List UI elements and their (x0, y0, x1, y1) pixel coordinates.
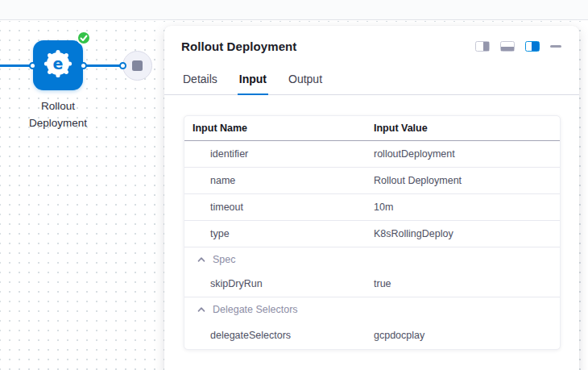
table-row: skipDryRun true (184, 271, 560, 297)
input-name: identifier (184, 148, 374, 160)
success-check-icon (77, 31, 91, 45)
split-right-view-icon[interactable] (475, 41, 490, 52)
end-node-port (119, 62, 126, 69)
split-bottom-view-icon[interactable] (500, 41, 515, 52)
input-value: rolloutDeployment (374, 148, 560, 160)
panel-header: Rollout Deployment (164, 26, 579, 53)
panel-body: Input Name Input Value identifier rollou… (164, 95, 579, 350)
stage-end-node[interactable] (122, 51, 152, 81)
node-port-left (29, 62, 36, 69)
tab-input[interactable]: Input (238, 65, 268, 95)
node-label: Rollout Deployment (14, 98, 102, 131)
input-value: true (374, 278, 560, 289)
input-value: 10m (374, 202, 560, 213)
split-right-active-fill (532, 42, 539, 51)
section-row-spec[interactable]: Spec (184, 247, 560, 271)
table-header-row: Input Name Input Value (184, 116, 560, 141)
step-details-panel: Rollout Deployment Details Input Output (164, 26, 579, 370)
section-row-delegate-selectors[interactable]: Delegate Selectors (184, 297, 560, 321)
tab-bar: Details Input Output (164, 65, 579, 95)
top-toolbar (0, 0, 588, 20)
input-name: skipDryRun (184, 278, 374, 289)
input-name: name (184, 175, 374, 186)
input-table: Input Name Input Value identifier rollou… (184, 115, 561, 350)
split-right-view-active-icon[interactable] (525, 41, 540, 52)
section-label: Spec (213, 254, 236, 265)
table-row: delegateSelectors gcpdocplay (184, 321, 560, 349)
chevron-up-icon[interactable] (197, 254, 205, 265)
window-controls (475, 41, 561, 52)
tab-details[interactable]: Details (181, 65, 219, 95)
input-value: K8sRollingDeploy (374, 228, 560, 239)
column-header-input-name: Input Name (184, 123, 374, 134)
panel-title: Rollout Deployment (181, 39, 296, 53)
table-row: identifier rolloutDeployment (184, 141, 560, 168)
k8s-rolling-deploy-icon: e (43, 48, 73, 82)
input-name: delegateSelectors (184, 330, 374, 341)
screen: e Rollout Deployment Rollout Deployment (0, 0, 588, 370)
svg-text:e: e (53, 55, 64, 73)
split-bottom-fill (501, 47, 514, 51)
table-row: type K8sRollingDeploy (184, 221, 560, 247)
node-port-right (80, 62, 87, 69)
input-value: gcpdocplay (374, 330, 560, 341)
tab-output[interactable]: Output (287, 65, 324, 95)
chevron-up-icon[interactable] (197, 304, 205, 315)
split-right-fill (483, 42, 489, 51)
table-row: name Rollout Deployment (184, 168, 560, 194)
minimize-icon[interactable] (550, 45, 561, 48)
input-value: Rollout Deployment (374, 175, 560, 186)
rollout-deployment-node[interactable]: e (33, 40, 83, 90)
input-name: timeout (184, 202, 374, 213)
input-name: type (184, 228, 374, 239)
column-header-input-value: Input Value (374, 123, 560, 134)
table-row: timeout 10m (184, 194, 560, 221)
stop-square-icon (132, 60, 143, 71)
section-label: Delegate Selectors (213, 304, 298, 315)
